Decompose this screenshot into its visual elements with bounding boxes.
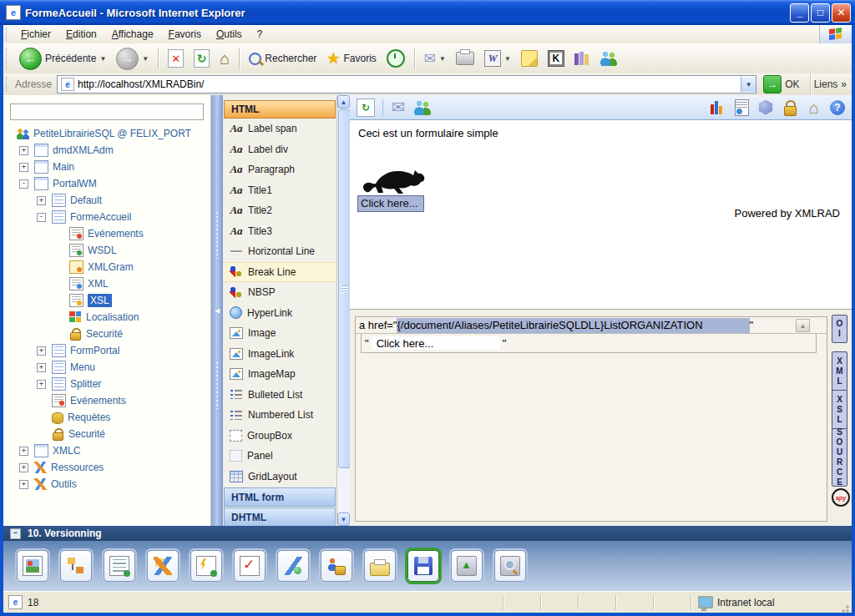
palette-item-label-span[interactable]: Label span — [223, 119, 336, 139]
edit-dropdown-icon[interactable]: ▼ — [504, 55, 511, 63]
tree-palette-splitter[interactable]: ◀ — [211, 95, 223, 526]
versionning-btn-deploy-tools[interactable] — [277, 550, 309, 582]
collapse-button[interactable]: − — [10, 528, 21, 539]
address-dropdown-button[interactable]: ▼ — [741, 77, 756, 92]
editor-scroll-up-icon[interactable]: ▲ — [796, 319, 810, 332]
favorites-button[interactable]: ★ Favoris — [322, 49, 380, 68]
messenger-button[interactable] — [595, 49, 622, 68]
versionning-btn-checklist[interactable] — [234, 550, 266, 582]
expand-toggle[interactable]: + — [37, 346, 46, 356]
versionning-btn-package-build[interactable] — [147, 550, 179, 582]
link-text-field[interactable]: Click here... — [372, 336, 500, 350]
palette-section-html-form[interactable]: HTML form — [224, 487, 336, 507]
refresh-preview-button[interactable]: ↻ — [357, 98, 375, 117]
title-bar[interactable]: e FormeAccueil - Microsoft Internet Expl… — [0, 0, 855, 25]
forward-button[interactable]: → ▼ — [112, 46, 153, 72]
spy-badge[interactable]: spy — [832, 488, 850, 507]
versionning-btn-publish-upload[interactable] — [451, 550, 483, 582]
palette-item-paragraph[interactable]: Paragraph — [223, 159, 336, 180]
tree-item-formportal[interactable]: +FormPortal — [3, 342, 210, 359]
edit-word-button[interactable]: W ▼ — [480, 48, 515, 68]
tree-item-portalwm[interactable]: -PortalWM — [3, 175, 210, 192]
palette-item-label-div[interactable]: Label div — [223, 139, 336, 160]
versionning-btn-form-details[interactable] — [104, 550, 135, 582]
menubar-grip[interactable] — [6, 28, 9, 40]
kaspersky-button[interactable]: K — [544, 48, 569, 68]
expand-toggle[interactable]: + — [19, 463, 28, 472]
tree-item-root[interactable]: PetiteLibrairieSQL @ FELIX_PORT — [3, 125, 210, 142]
scroll-down-icon[interactable]: ▼ — [337, 512, 350, 526]
collapse-arrow-icon[interactable]: ◀ — [215, 306, 220, 315]
tree-item-formeaccueil[interactable]: -FormeAccueil — [3, 209, 210, 225]
home-icon[interactable]: ⌂ — [806, 99, 822, 116]
palette-item-nbsp[interactable]: NBSP — [223, 282, 336, 303]
menu-edition[interactable]: Edition — [58, 27, 104, 42]
tree-filter-input[interactable] — [10, 104, 204, 120]
selected-code[interactable]: {/document/Aliases/PetiteLibrairieSQLDLL… — [397, 318, 749, 333]
collapse-toggle[interactable]: - — [19, 179, 28, 189]
search-button[interactable]: Rechercher — [245, 51, 321, 67]
close-button[interactable]: ✕ — [832, 3, 851, 23]
palette-item-gridlayout[interactable]: GridLayout — [223, 467, 336, 487]
stop-button[interactable]: ✕ — [164, 48, 188, 69]
tree-item-ressources[interactable]: +Ressources — [3, 459, 210, 476]
palette-item-imagelink[interactable]: ImageLink — [223, 344, 336, 365]
tree-item-dmdxmladm[interactable]: +dmdXMLAdm — [3, 142, 210, 159]
links-menu[interactable]: Liens » — [814, 78, 847, 90]
expand-toggle[interactable]: + — [19, 447, 28, 456]
address-input[interactable]: e http://localhost/XMLRADBin/ ▼ — [57, 75, 756, 93]
tree-item-evenements2[interactable]: Evénements — [3, 392, 210, 409]
scrollbar-thumb[interactable] — [338, 109, 351, 468]
back-dropdown-icon[interactable]: ▼ — [99, 55, 106, 63]
help-icon[interactable]: ? — [830, 100, 845, 115]
tree-item-wsdl[interactable]: WSDL — [3, 242, 210, 259]
code-line-2[interactable]: " Click here... " — [361, 334, 817, 353]
note-button[interactable] — [517, 48, 542, 68]
menu-favoris[interactable]: Favoris — [161, 27, 209, 42]
palette-item-hyperlink[interactable]: HyperLink — [223, 303, 336, 324]
versionning-btn-users-security[interactable] — [321, 550, 352, 582]
palette-item-horizontal-line[interactable]: Horizontal Line — [223, 241, 336, 262]
mail-icon[interactable]: ✉ — [390, 99, 407, 116]
palette-item-bulleted-list[interactable]: Bulleted List — [223, 385, 336, 406]
tree-item-xmlgram[interactable]: XMLGram — [3, 259, 210, 275]
maximize-button[interactable]: □ — [811, 3, 830, 23]
palette-item-break-line[interactable]: Break Line — [223, 262, 336, 283]
mail-button[interactable]: ✉ ▼ — [420, 50, 450, 68]
tree-item-menu[interactable]: +Menu — [3, 359, 210, 376]
expand-toggle[interactable]: + — [19, 480, 28, 489]
history-button[interactable] — [382, 48, 409, 69]
hexagon-icon[interactable] — [758, 100, 773, 115]
menu-outils[interactable]: Outils — [209, 27, 250, 42]
tree-item-requetes[interactable]: Requètes — [3, 409, 210, 426]
back-button[interactable]: ← Précédente ▼ — [15, 46, 110, 72]
click-here-link[interactable]: Click here... — [357, 195, 424, 212]
tree-item-default[interactable]: +Default — [3, 192, 210, 209]
tab-xml[interactable]: XML — [832, 351, 847, 391]
lock-icon[interactable] — [782, 99, 798, 116]
tab-source[interactable]: SOURCE — [832, 428, 847, 487]
versionning-btn-inspect-search[interactable] — [494, 550, 526, 582]
print-button[interactable] — [452, 50, 478, 67]
tree-item-securite2[interactable]: Securité — [3, 426, 210, 442]
menu-affichage[interactable]: Affichage — [104, 27, 161, 42]
refresh-button[interactable]: ↻ — [190, 48, 214, 69]
palette-item-title1[interactable]: Title1 — [223, 180, 336, 201]
palette-header-html[interactable]: HTML — [224, 100, 336, 119]
forward-dropdown-icon[interactable]: ▼ — [142, 55, 149, 63]
tree-item-xml[interactable]: XML — [3, 275, 210, 292]
menu-help[interactable]: ? — [250, 27, 271, 42]
versionning-btn-form-generate[interactable] — [190, 550, 222, 582]
tree-item-securite[interactable]: Securité — [3, 326, 210, 342]
addressbar-grip[interactable] — [6, 77, 9, 92]
expand-toggle[interactable]: + — [37, 380, 46, 389]
palette-item-imagemap[interactable]: ImageMap — [223, 364, 336, 385]
palette-scrollbar[interactable]: ▲ ▼ — [337, 95, 350, 526]
tree-item-xsl-selected[interactable]: XSL — [3, 292, 210, 309]
palette-section-dhtml[interactable]: DHTML — [224, 507, 336, 527]
menu-fichier[interactable]: Fichier — [13, 27, 58, 42]
expand-toggle[interactable]: + — [37, 363, 46, 372]
go-button[interactable]: → — [763, 75, 782, 93]
minimize-button[interactable]: _ — [790, 3, 809, 23]
research-button[interactable] — [570, 50, 594, 67]
